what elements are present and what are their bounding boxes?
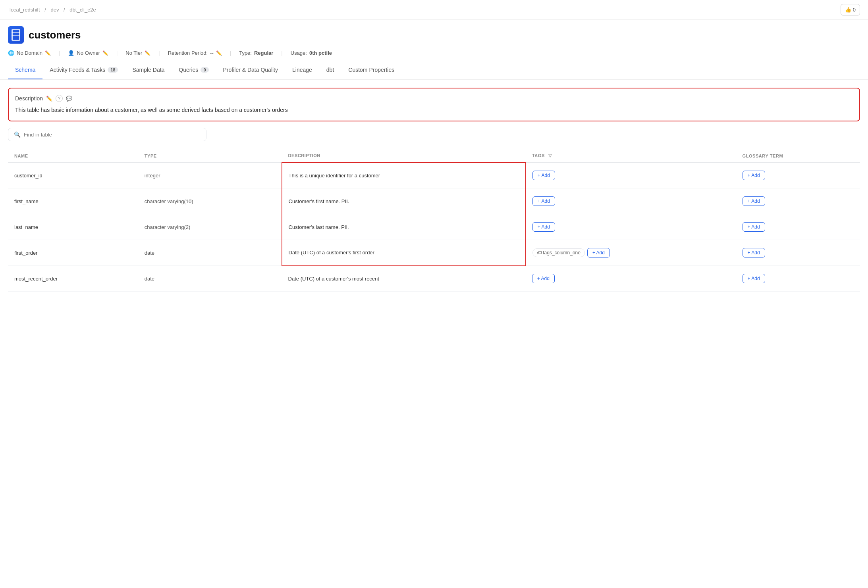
cell-tags: + Add [526, 214, 736, 240]
tab-lineage[interactable]: Lineage [285, 61, 319, 79]
table-row: first_orderdateDate (UTC) of a customer'… [8, 240, 860, 266]
tab-custom-properties[interactable]: Custom Properties [341, 61, 401, 79]
meta-retention: Retention Period: -- ✏️ [168, 50, 222, 56]
cell-glossary: + Add [736, 240, 860, 266]
add-glossary-button[interactable]: + Add [743, 222, 765, 232]
add-tag-button[interactable]: + Add [532, 222, 555, 232]
description-chat-icon[interactable]: 💬 [66, 96, 72, 102]
add-glossary-button[interactable]: + Add [743, 248, 765, 257]
tab-schema[interactable]: Schema [8, 61, 42, 79]
meta-usage: Usage: 0th pctile [291, 50, 332, 56]
add-glossary-button[interactable]: + Add [743, 171, 765, 180]
cell-name: customer_id [8, 163, 138, 188]
cell-description: Date (UTC) of a customer's first order [282, 240, 526, 266]
cell-type: character varying(2) [138, 214, 282, 240]
cell-name: first_order [8, 240, 138, 266]
add-tag-button[interactable]: + Add [532, 171, 555, 180]
add-tag-button[interactable]: + Add [532, 196, 555, 206]
table-row: last_namecharacter varying(2)Customer's … [8, 214, 860, 240]
col-glossary: GLOSSARY TERM [736, 149, 860, 163]
globe-icon: 🌐 [8, 50, 14, 56]
description-box: Description ✏️ ? 💬 This table has basic … [8, 88, 860, 121]
tab-activity-badge: 18 [108, 67, 118, 73]
add-glossary-button[interactable]: + Add [743, 274, 765, 283]
cell-tags: + Add [526, 266, 736, 292]
cell-type: integer [138, 163, 282, 188]
breadcrumb-part-1[interactable]: dev [50, 7, 59, 13]
cell-description: Customer's first name. PII. [282, 188, 526, 214]
tab-sample-data[interactable]: Sample Data [125, 61, 172, 79]
cell-name: last_name [8, 214, 138, 240]
meta-type: Type: Regular [239, 50, 273, 56]
cell-glossary: + Add [736, 266, 860, 292]
add-tag-button[interactable]: + Add [587, 248, 610, 257]
col-type: TYPE [138, 149, 282, 163]
search-bar: 🔍 [8, 128, 206, 141]
user-icon: 👤 [68, 50, 74, 56]
table-icon-inner [12, 29, 20, 41]
table-row: most_recent_orderdateDate (UTC) of a cus… [8, 266, 860, 292]
cell-glossary: + Add [736, 188, 860, 214]
tab-queries[interactable]: Queries 0 [172, 61, 216, 79]
col-tags: TAGS ▽ [526, 149, 736, 163]
cell-description: Date (UTC) of a customer's most recent [282, 266, 526, 292]
cell-glossary: + Add [736, 163, 860, 188]
meta-tier: No Tier ✏️ [125, 50, 150, 56]
description-edit-icon[interactable]: ✏️ [46, 96, 52, 102]
cell-tags: + Add [526, 163, 736, 188]
cell-type: character varying(10) [138, 188, 282, 214]
meta-domain: 🌐 No Domain ✏️ [8, 50, 51, 56]
cell-tags: 🏷 tags_column_one+ Add [526, 240, 736, 266]
cell-description: This is a unique identifier for a custom… [282, 163, 526, 188]
meta-owner: 👤 No Owner ✏️ [68, 50, 108, 56]
tier-edit-icon[interactable]: ✏️ [145, 50, 150, 56]
search-input[interactable] [24, 132, 201, 138]
cell-glossary: + Add [736, 214, 860, 240]
cell-description: Customer's last name. PII. [282, 214, 526, 240]
cell-type: date [138, 240, 282, 266]
cell-tags: + Add [526, 188, 736, 214]
table-row: first_namecharacter varying(10)Customer'… [8, 188, 860, 214]
tab-activity-feeds[interactable]: Activity Feeds & Tasks 18 [42, 61, 125, 79]
breadcrumb-part-0[interactable]: local_redshift [10, 7, 40, 13]
page-header: customers [0, 20, 868, 47]
table-icon [8, 26, 24, 44]
table-row: customer_idintegerThis is a unique ident… [8, 163, 860, 188]
tag-chip: 🏷 tags_column_one [532, 248, 585, 257]
add-tag-button[interactable]: + Add [532, 274, 555, 283]
filter-icon[interactable]: ▽ [548, 153, 552, 158]
page-title: customers [29, 29, 81, 41]
meta-bar: 🌐 No Domain ✏️ | 👤 No Owner ✏️ | No Tier… [0, 47, 868, 61]
owner-edit-icon[interactable]: ✏️ [102, 50, 108, 56]
retention-edit-icon[interactable]: ✏️ [216, 50, 222, 56]
tab-dbt[interactable]: dbt [319, 61, 341, 79]
content-area: Description ✏️ ? 💬 This table has basic … [0, 80, 868, 300]
top-bar: local_redshift / dev / dbt_cli_e2e 👍 0 [0, 0, 868, 20]
cell-type: date [138, 266, 282, 292]
add-glossary-button[interactable]: + Add [743, 196, 765, 206]
breadcrumb: local_redshift / dev / dbt_cli_e2e [8, 7, 98, 13]
description-text: This table has basic information about a… [15, 106, 853, 114]
description-label: Description [15, 95, 43, 102]
tab-queries-badge: 0 [201, 67, 208, 73]
thumbsup-button[interactable]: 👍 0 [841, 4, 860, 15]
domain-edit-icon[interactable]: ✏️ [45, 50, 51, 56]
col-name: NAME [8, 149, 138, 163]
cell-name: most_recent_order [8, 266, 138, 292]
tabs: Schema Activity Feeds & Tasks 18 Sample … [0, 61, 868, 80]
schema-table: NAME TYPE DESCRIPTION TAGS ▽ GLOSSARY TE… [8, 149, 860, 292]
description-header: Description ✏️ ? 💬 [15, 95, 853, 102]
breadcrumb-part-2[interactable]: dbt_cli_e2e [69, 7, 96, 13]
description-question-icon[interactable]: ? [56, 95, 63, 102]
top-actions: 👍 0 [841, 4, 860, 15]
col-description: DESCRIPTION [282, 149, 526, 163]
table-header-row: NAME TYPE DESCRIPTION TAGS ▽ GLOSSARY TE… [8, 149, 860, 163]
search-icon: 🔍 [14, 131, 21, 138]
cell-name: first_name [8, 188, 138, 214]
tab-profiler[interactable]: Profiler & Data Quality [216, 61, 285, 79]
